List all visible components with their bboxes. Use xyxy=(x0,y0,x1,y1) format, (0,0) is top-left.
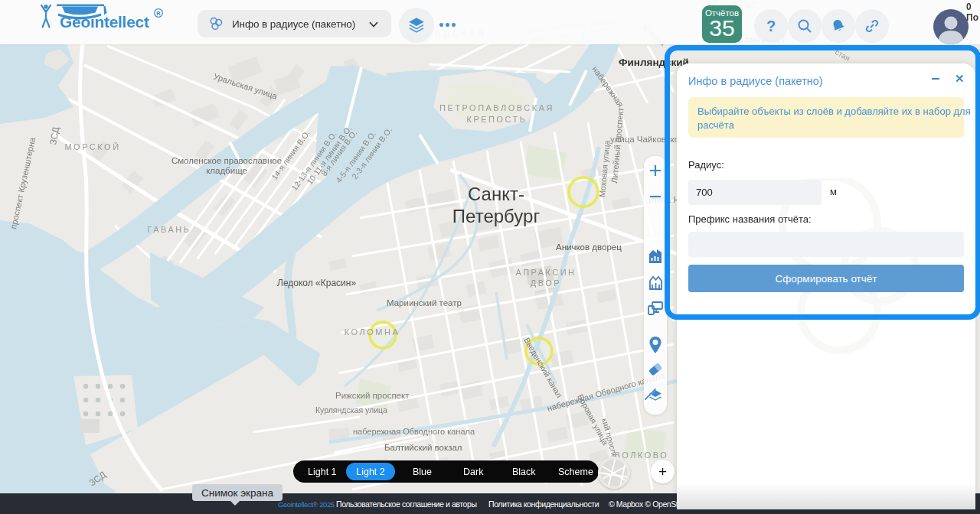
svg-text:Санкт-: Санкт- xyxy=(468,184,524,204)
svg-text:Балтийский вокзал: Балтийский вокзал xyxy=(384,443,462,452)
svg-text:Курляндская улица: Курляндская улица xyxy=(315,405,387,415)
svg-text:Смоленское православное: Смоленское православное xyxy=(172,156,282,165)
svg-text:ГАВАНЬ: ГАВАНЬ xyxy=(147,225,191,234)
svg-text:Мариинский театр: Мариинский театр xyxy=(387,298,462,307)
svg-text:набережная Обводного канала: набережная Обводного канала xyxy=(353,427,475,436)
svg-text:АПРАКСИН: АПРАКСИН xyxy=(515,268,576,277)
svg-text:Ледокол «Красин»: Ледокол «Красин» xyxy=(277,278,356,288)
svg-text:ДВОР: ДВОР xyxy=(531,278,561,288)
svg-text:КОЛОМНА: КОЛОМНА xyxy=(345,327,400,337)
svg-text:Аничков дворец: Аничков дворец xyxy=(556,242,622,252)
svg-text:R: R xyxy=(156,10,161,17)
svg-text:Рижский проспект: Рижский проспект xyxy=(335,391,410,400)
svg-text:кладбище: кладбище xyxy=(206,166,247,175)
svg-text:Петербург: Петербург xyxy=(452,206,541,226)
svg-text:ВОЛКОВО: ВОЛКОВО xyxy=(615,451,669,460)
svg-text:КРЕПОСТЬ: КРЕПОСТЬ xyxy=(466,115,527,124)
svg-text:Geointellect: Geointellect xyxy=(60,13,149,31)
svg-text:ПЕТРОПАВЛОВСКАЯ: ПЕТРОПАВЛОВСКАЯ xyxy=(439,103,554,112)
svg-text:МОРСКОЙ: МОРСКОЙ xyxy=(64,142,120,151)
